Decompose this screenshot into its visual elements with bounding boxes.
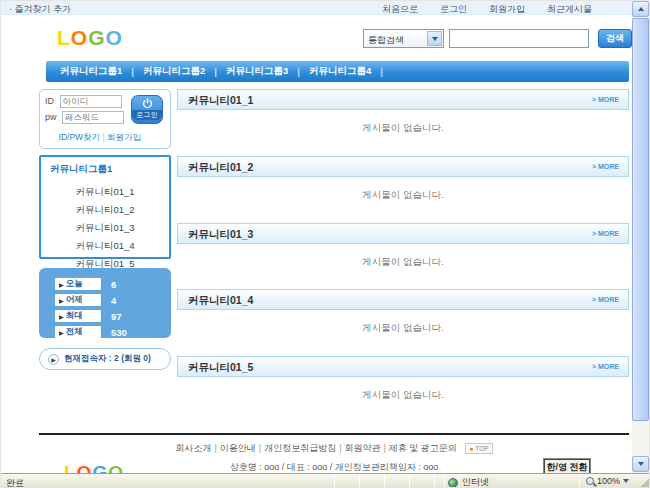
- sidebar-item-community01-3[interactable]: 커뮤니티01_3: [41, 219, 169, 237]
- section-header: 커뮤니티01_3 > MORE: [177, 223, 629, 244]
- stat-label-chip: ▶최대: [55, 310, 101, 322]
- zoom-dropdown-icon[interactable]: [623, 479, 629, 483]
- stat-label: 전체: [66, 326, 83, 338]
- stat-row-today: ▶오늘 6: [55, 276, 171, 292]
- status-divider: [444, 475, 445, 488]
- status-divider: [384, 475, 385, 488]
- company-info: 상호명 : ooo / 대표 : ooo / 개인정보관리책임자 : ooo: [39, 461, 629, 473]
- login-links-separator: |: [102, 132, 104, 142]
- stat-value: 97: [111, 311, 122, 322]
- id-field[interactable]: [60, 95, 122, 108]
- empty-message: 게시물이 없습니다.: [177, 189, 629, 202]
- footer-link-company[interactable]: 회사소개: [175, 443, 211, 453]
- zoom-level: 100%: [597, 476, 620, 486]
- more-link[interactable]: > MORE: [592, 230, 619, 237]
- id-label: ID: [45, 96, 54, 106]
- arrow-up-icon: [638, 7, 644, 11]
- resize-grip[interactable]: [641, 479, 649, 487]
- section-header: 커뮤니티01_1 > MORE: [177, 89, 629, 110]
- footer-link-privacy[interactable]: 개인정보취급방침: [264, 443, 336, 453]
- status-text: 완료: [6, 477, 24, 488]
- stat-value: 4: [111, 295, 116, 306]
- add-favorite-link[interactable]: · 즐겨찾기 추가: [9, 3, 71, 16]
- power-icon: [142, 98, 153, 109]
- footer-link-guide[interactable]: 이용안내: [220, 443, 256, 453]
- login-links: ID/PW찾기 | 회원가입: [40, 132, 160, 144]
- internet-globe-icon: [448, 478, 458, 488]
- stat-label-chip: ▶어제: [55, 294, 101, 306]
- logo-letter: O: [77, 462, 93, 473]
- magnifier-icon: [586, 477, 594, 485]
- more-link[interactable]: > MORE: [592, 163, 619, 170]
- search-button[interactable]: 검색: [598, 29, 632, 48]
- scroll-down-button[interactable]: [632, 456, 649, 472]
- login-button-label: 로그인: [132, 110, 162, 120]
- stat-label-chip: ▶전체: [55, 326, 101, 338]
- nav-item-group1[interactable]: 커뮤니티그룹1: [60, 65, 122, 78]
- scroll-up-button[interactable]: [632, 1, 649, 17]
- login-button[interactable]: 로그인: [131, 95, 163, 124]
- utility-links: 처음으로 로그인 회원가입 최근게시물: [382, 3, 592, 16]
- stat-row-total: ▶전체 530: [55, 324, 171, 340]
- sidebar-item-community01-4[interactable]: 커뮤니티01_4: [41, 237, 169, 255]
- signup-link[interactable]: 회원가입: [107, 132, 141, 142]
- section-header: 커뮤니티01_4 > MORE: [177, 289, 629, 310]
- zone-label: 인터넷: [462, 476, 489, 488]
- search-scope-value: 통합검색: [368, 34, 404, 47]
- vertical-scrollbar[interactable]: [632, 1, 649, 473]
- pw-field[interactable]: [62, 111, 124, 124]
- more-link[interactable]: > MORE: [592, 96, 619, 103]
- join-link[interactable]: 회원가입: [489, 3, 525, 16]
- footer-links: 회사소개|이용안내|개인정보취급방침|회원약관|제휴 및 광고문의 ● TOP: [39, 442, 629, 455]
- stat-label-chip: ▶오늘: [55, 278, 101, 290]
- browser-window: · 즐겨찾기 추가 처음으로 로그인 회원가입 최근게시물 LOGO 통합검색 …: [0, 0, 650, 488]
- empty-message: 게시물이 없습니다.: [177, 256, 629, 269]
- status-divider: [434, 475, 435, 488]
- status-divider: [579, 475, 580, 488]
- lang-toggle-button[interactable]: 한/영 전환: [544, 459, 590, 473]
- security-zone: 인터넷: [448, 476, 489, 488]
- community-section-1: 커뮤니티01_1 > MORE 게시물이 없습니다.: [177, 89, 629, 110]
- login-link[interactable]: 로그인: [440, 3, 467, 16]
- page-content: · 즐겨찾기 추가 처음으로 로그인 회원가입 최근게시물 LOGO 통합검색 …: [1, 1, 634, 473]
- bullet-arrow-icon: ▶: [59, 281, 64, 288]
- back-to-top-button[interactable]: ● TOP: [465, 443, 492, 454]
- chevron-down-icon[interactable]: [427, 31, 442, 46]
- stat-value: 6: [111, 279, 116, 290]
- section-title: 커뮤니티01_4: [188, 294, 253, 308]
- id-row: ID: [45, 95, 122, 108]
- footer-link-terms[interactable]: 회원약관: [344, 443, 380, 453]
- empty-message: 게시물이 없습니다.: [177, 122, 629, 135]
- status-divider: [409, 475, 410, 488]
- site-logo[interactable]: LOGO: [57, 26, 123, 50]
- sidebar-item-community01-1[interactable]: 커뮤니티01_1: [41, 183, 169, 201]
- nav-separator: |: [131, 66, 134, 77]
- search-input[interactable]: [449, 29, 589, 48]
- stat-label: 최대: [66, 310, 83, 322]
- nav-item-group3[interactable]: 커뮤니티그룹3: [226, 65, 288, 78]
- top-label: TOP: [475, 445, 488, 452]
- footer-separator: |: [339, 443, 341, 453]
- stat-label: 어제: [66, 294, 83, 306]
- more-link[interactable]: > MORE: [592, 296, 619, 303]
- footer-logo: LOGO: [64, 462, 124, 473]
- nav-item-group4[interactable]: 커뮤니티그룹4: [309, 65, 371, 78]
- sidebar-item-community01-2[interactable]: 커뮤니티01_2: [41, 201, 169, 219]
- login-box: ID pw 로그인 ID/PW찾기 | 회원가입: [39, 89, 171, 149]
- footer-link-ads[interactable]: 제휴 및 광고문의: [389, 443, 457, 453]
- recent-posts-link[interactable]: 최근게시물: [547, 3, 592, 16]
- status-divider: [359, 475, 360, 488]
- current-visitors-box: ▶ 현재접속자 : 2 (회원 0): [39, 348, 171, 370]
- section-title: 커뮤니티01_1: [188, 94, 253, 108]
- scrollbar-thumb[interactable]: [632, 18, 649, 421]
- logo-letter: G: [88, 26, 105, 49]
- zoom-control[interactable]: 100%: [586, 476, 629, 486]
- sidebar-menu-items: 커뮤니티01_1 커뮤니티01_2 커뮤니티01_3 커뮤니티01_4 커뮤니티…: [41, 183, 169, 273]
- nav-item-group2[interactable]: 커뮤니티그룹2: [143, 65, 205, 78]
- home-link[interactable]: 처음으로: [382, 3, 418, 16]
- stat-row-max: ▶최대 97: [55, 308, 171, 324]
- more-link[interactable]: > MORE: [592, 363, 619, 370]
- find-idpw-link[interactable]: ID/PW찾기: [59, 132, 101, 142]
- main-nav: 커뮤니티그룹1 | 커뮤니티그룹2 | 커뮤니티그룹3 | 커뮤니티그룹4 |: [46, 61, 629, 82]
- search-scope-select[interactable]: 통합검색: [363, 29, 444, 48]
